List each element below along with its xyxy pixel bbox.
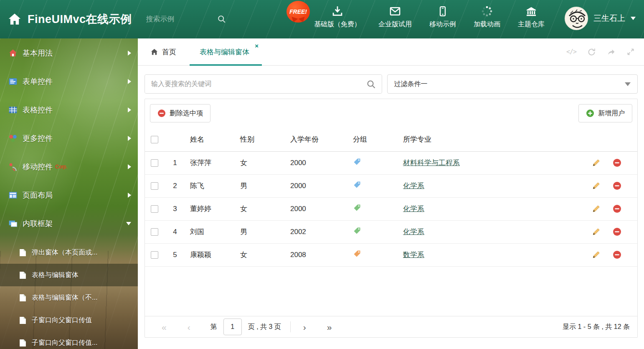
nav-theme-repo[interactable]: 主题仓库 [518,5,545,29]
edit-pencil-icon[interactable] [592,158,601,167]
row-checkbox[interactable] [151,182,158,190]
cell-gender: 女 [236,197,285,220]
chevron-right-icon [128,193,131,198]
page-prefix: 第 [210,323,217,331]
cell-gender: 男 [236,220,285,243]
page-number-input[interactable] [223,318,242,335]
sidebar-submenu: 弹出窗体（本页面或... 表格与编辑窗体 表格与编辑窗体（不... [0,241,138,349]
sidebar-subitem[interactable]: 子窗口向父窗口传值... [0,331,138,349]
sidebar-item-table-controls[interactable]: 表格控件 [0,99,138,121]
grid-toolbar: 删除选中项 新增用户 [145,99,637,127]
sidebar-subitem[interactable]: 子窗口向父窗口传值 [0,309,138,331]
search-icon[interactable] [217,15,226,24]
mobile-icon [437,5,448,17]
sidebar-subitem[interactable]: 弹出窗体（本页面或... [0,241,138,264]
col-gender: 性别 [236,127,285,151]
chevron-down-icon [126,222,131,225]
refresh-icon[interactable] [587,48,596,56]
col-group: 分组 [348,127,397,151]
row-number: 5 [164,243,186,266]
cell-gender: 女 [236,243,285,266]
delete-row-icon[interactable] [613,158,621,167]
sidebar-item-more-controls[interactable]: 更多控件 Corp. [0,127,138,149]
major-link[interactable]: 材料科学与工程系 [403,159,460,167]
nav-loading-animation[interactable]: 加载动画 [474,5,500,29]
sidebar-subitem-label: 子窗口向父窗口传值... [32,339,97,347]
delete-row-icon[interactable] [613,227,621,236]
chevron-down-icon [631,17,636,23]
spinner-icon [481,5,493,17]
user-menu[interactable]: 三生石上 [565,7,636,30]
edit-pencil-icon[interactable] [592,227,601,236]
row-number: 3 [164,197,186,220]
sidebar-subitem[interactable]: 表格与编辑窗体 [0,264,138,286]
sidebar-item-inline-frame[interactable]: 内联框架 [0,213,138,234]
search-icon[interactable] [366,79,376,89]
free-ribbon-badge: FREE! [287,1,310,23]
nav-mobile-demo[interactable]: 移动示例 [429,5,456,29]
share-icon[interactable] [607,48,616,56]
tag-icon [353,227,361,235]
delete-row-icon[interactable] [613,250,621,259]
cell-gender: 女 [236,151,285,174]
add-user-button[interactable]: 新增用户 [578,104,632,122]
home-logo-icon[interactable] [8,12,22,26]
row-number: 4 [164,220,186,243]
row-checkbox[interactable] [151,228,158,236]
table-header-row: 姓名 性别 入学年份 分组 所学专业 [145,127,637,151]
prev-page-button[interactable]: ‹ [188,323,190,331]
app-title: FineUIMvc在线示例 [28,12,132,27]
keyword-search-input[interactable] [145,75,382,93]
edit-pencil-icon[interactable] [592,181,601,190]
file-icon [19,316,26,324]
sidebar-subitem-label: 子窗口向父窗口传值 [32,316,92,325]
row-checkbox[interactable] [151,205,158,213]
last-page-button[interactable]: » [327,323,332,331]
nav-basic-free[interactable]: 基础版（免费） [314,5,361,29]
delete-selected-button[interactable]: 删除选中项 [150,104,210,122]
row-checkbox[interactable] [151,159,158,167]
first-page-button[interactable]: « [162,323,167,331]
filter-dropdown[interactable]: 过滤条件一 [387,74,638,94]
delete-row-icon[interactable] [613,204,621,213]
form-icon [8,77,18,86]
header-search [146,11,230,28]
major-link[interactable]: 数学系 [403,251,424,259]
sidebar-item-form-controls[interactable]: 表单控件 [0,71,138,92]
cell-year: 2000 [285,174,348,197]
close-icon[interactable]: × [255,43,259,49]
plus-circle-icon [586,109,594,117]
grid-panel: 删除选中项 新增用户 姓名 [145,99,638,338]
cell-name: 刘国 [186,220,236,243]
tab-active-grid-edit-window[interactable]: 表格与编辑窗体 × [190,38,262,65]
delete-row-icon[interactable] [613,181,621,190]
major-link[interactable]: 化学系 [403,228,424,236]
header-nav: 基础版（免费） 企业版试用 移动示例 加载动画 [314,5,545,29]
nav-enterprise-trial[interactable]: 企业版试用 [378,5,412,29]
tab-home[interactable]: 首页 [150,47,176,57]
header-search-input[interactable] [146,15,217,23]
file-icon [19,339,26,347]
users-table: 姓名 性别 入学年份 分组 所学专业 1 [145,127,637,267]
cell-gender: 男 [236,174,285,197]
record-summary: 显示 1 - 5 条 , 共 12 条 [563,323,630,331]
edit-pencil-icon[interactable] [592,250,601,259]
major-link[interactable]: 化学系 [403,182,424,190]
sidebar-item-mobile-controls[interactable]: 移动控件 Corp. [0,156,138,178]
username: 三生石上 [593,13,625,24]
next-page-button[interactable]: › [303,323,306,331]
pager-divider [290,321,291,332]
code-icon[interactable]: </> [566,48,576,56]
chevron-down-icon [625,82,631,89]
sidebar-subitem[interactable]: 表格与编辑窗体（不... [0,286,138,309]
row-checkbox[interactable] [151,251,158,259]
sidebar-item-page-layout[interactable]: 页面布局 [0,184,138,206]
select-all-checkbox[interactable] [151,136,158,143]
sidebar-item-basic-usage[interactable]: 基本用法 [0,42,138,64]
chevron-right-icon [128,51,131,56]
major-link[interactable]: 化学系 [403,205,424,213]
edit-pencil-icon[interactable] [592,204,601,213]
cell-name: 陈飞 [186,174,236,197]
table-row: 2 陈飞 男 2000 化学系 [145,174,637,197]
expand-icon[interactable] [626,48,635,56]
